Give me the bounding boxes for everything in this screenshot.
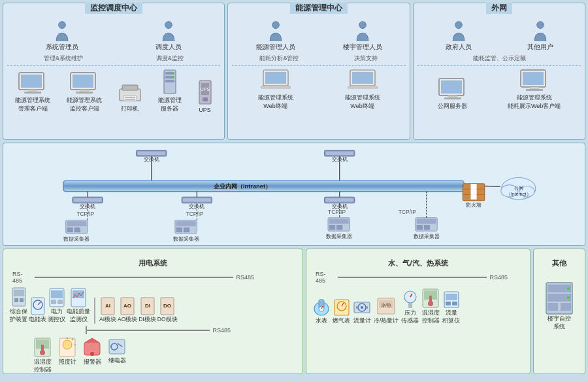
heat-meter-label: 冷/热量计 <box>374 317 399 325</box>
svg-line-64 <box>485 186 500 186</box>
device-do-module: DO DO模块 <box>157 297 178 324</box>
person-icon <box>53 20 71 41</box>
svg-rect-45 <box>325 152 353 156</box>
yongdian-sub-row: 温湿度控制器 照度计 <box>7 336 299 375</box>
flow-integrator-icon <box>443 289 460 309</box>
svg-text:UPS: UPS <box>200 87 210 92</box>
alarm-label: 报警器 <box>84 358 101 366</box>
svg-point-31 <box>455 22 462 29</box>
computer-icon-1 <box>18 71 48 95</box>
svg-rect-162 <box>429 296 432 304</box>
svg-rect-34 <box>441 80 462 94</box>
role-admin: 管理&系统维护 <box>44 54 83 63</box>
svg-rect-151 <box>356 306 358 309</box>
svg-rect-12 <box>123 95 137 101</box>
device-energy-meter: 电能表 <box>29 297 46 324</box>
server-icon <box>163 69 177 95</box>
building-mgr-label: 楼宇管理人员 <box>343 43 382 52</box>
ao-module-label: AO模块 <box>118 316 137 324</box>
svg-rect-94 <box>329 219 349 224</box>
network-section: 交换机 交换机 企业内网（Intranet） <box>3 143 585 246</box>
pressure-sensor-label: 压力传感器 <box>401 309 419 325</box>
svg-rect-36 <box>444 97 461 99</box>
svg-rect-38 <box>523 72 544 85</box>
device-server: 能源管理服务器 <box>158 69 182 113</box>
water-meter-icon <box>313 297 330 317</box>
admin-label: 系统管理员 <box>46 43 78 52</box>
device-flow-integrator: 流量积算仪 <box>442 289 460 325</box>
web-display-label: 能源管理系统能耗展示Web客户端 <box>508 94 561 111</box>
web-terminal-label-1: 能源管理系统Web终端 <box>258 94 293 111</box>
svg-rect-106 <box>14 290 24 296</box>
svg-text:企业内网（Intranet）: 企业内网（Intranet） <box>213 183 271 190</box>
svg-rect-108 <box>20 298 24 302</box>
shuiqi-rs485-2: RS485 <box>489 274 508 281</box>
device-temp-humidity: 温湿度控制器 <box>33 337 52 374</box>
public-server-label: 公网服务器 <box>438 102 467 111</box>
svg-rect-3 <box>21 75 42 88</box>
divider <box>7 65 220 66</box>
person-gov: 政府人员 <box>446 20 472 52</box>
nengyuan-role-2: 决策支持 <box>354 54 378 63</box>
yongdian-divider <box>94 298 95 324</box>
svg-text:██: ██ <box>470 194 477 200</box>
printer-icon <box>118 84 142 103</box>
svg-point-19 <box>171 73 173 75</box>
dispatcher-label: 调度人员 <box>155 43 182 52</box>
nengyuan-persons: 能源管理人员 楼宇管理人员 <box>232 20 406 52</box>
svg-rect-114 <box>51 300 56 304</box>
power-monitor-icon <box>49 288 65 307</box>
svg-text:公网: 公网 <box>514 185 523 191</box>
gov-label: 政府人员 <box>446 43 472 52</box>
svg-point-172 <box>567 287 570 290</box>
svg-point-1 <box>165 22 172 29</box>
shuiqi-title: 水、气/汽、热系统 <box>310 258 526 268</box>
person-dispatcher: 调度人员 <box>155 20 182 52</box>
protection-icon <box>11 286 27 307</box>
device-ai-module: AI AI模块 <box>99 297 116 324</box>
web-terminal-label-2: 能源管理系统Web终端 <box>345 94 380 111</box>
device-web-display: 能源管理系统能耗展示Web客户端 <box>508 69 561 111</box>
svg-rect-85 <box>67 228 73 232</box>
svg-rect-99 <box>417 219 436 224</box>
temp-ctrl-icon <box>421 288 440 309</box>
svg-rect-66 <box>74 198 102 202</box>
svg-rect-35 <box>448 95 457 97</box>
svg-rect-7 <box>73 75 93 88</box>
building-control-icon <box>545 281 574 315</box>
person-icon-2 <box>159 20 178 41</box>
energy-meter-icon <box>31 297 45 315</box>
alarm-icon <box>83 337 101 358</box>
jiankong-title: 监控调度中心 <box>85 3 142 14</box>
svg-rect-164 <box>446 294 457 300</box>
svg-text:冷/热: 冷/热 <box>381 303 391 308</box>
svg-point-0 <box>59 22 66 29</box>
svg-rect-84 <box>67 221 87 226</box>
jiankong-persons: 系统管理员 调度人员 <box>7 20 220 52</box>
svg-rect-11 <box>122 85 138 90</box>
rs485-label-2: RS485 <box>236 274 254 281</box>
svg-rect-13 <box>125 97 135 98</box>
svg-rect-91 <box>184 228 189 232</box>
svg-point-20 <box>171 77 173 78</box>
svg-text:数据采集器: 数据采集器 <box>173 235 199 241</box>
person-energy-mgr: 能源管理人员 <box>256 20 295 52</box>
flow-meter-icon <box>353 297 371 317</box>
device-relay: 继电器 <box>108 337 126 374</box>
device-power-monitor: 电力测控仪 <box>48 288 65 324</box>
nengyuan-devices: 能源管理系统Web终端 能源管理系统Web终端 <box>232 69 406 111</box>
energy-meter-label: 电能表 <box>29 316 46 324</box>
network-diagram: 交换机 交换机 企业内网（Intranet） <box>7 147 581 241</box>
svg-text:AO: AO <box>123 303 131 309</box>
svg-rect-170 <box>547 303 558 311</box>
svg-rect-171 <box>561 303 571 311</box>
gas-meter-icon <box>333 297 350 317</box>
svg-rect-30 <box>352 72 373 84</box>
rs485-label-1: RS-485 <box>12 271 32 284</box>
svg-point-136 <box>90 352 94 356</box>
svg-text:数据采集器: 数据采集器 <box>326 233 352 239</box>
waiwang-role: 能耗监管、公示定额 <box>473 54 526 63</box>
bottom-section: 用电系统 RS-485 RS485 综合保护装置 <box>3 249 585 374</box>
flow-meter-label: 流量计 <box>353 317 371 325</box>
device-label-server: 能源管理服务器 <box>158 96 182 113</box>
